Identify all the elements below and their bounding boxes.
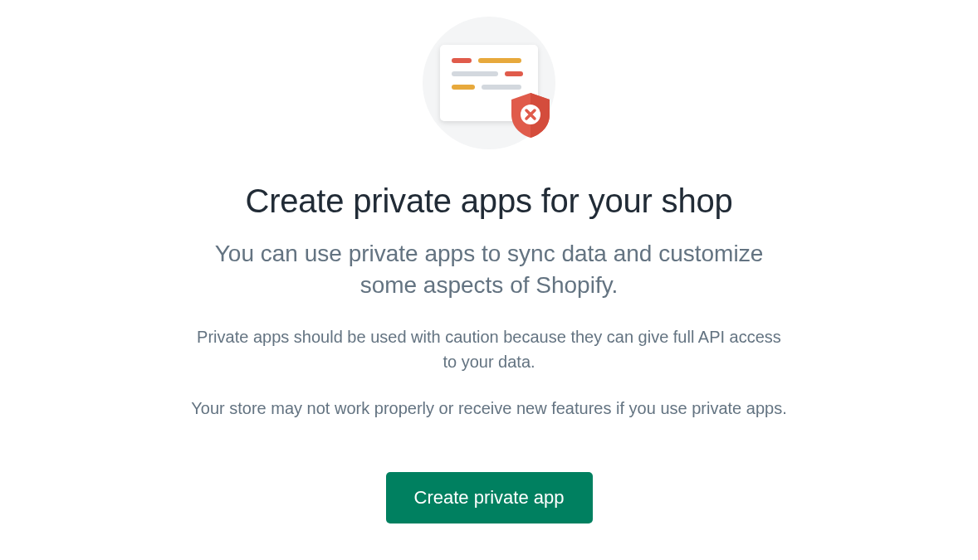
- create-private-app-button[interactable]: Create private app: [386, 472, 593, 523]
- document-illustration: [440, 45, 538, 121]
- doc-line-segment: [478, 58, 521, 63]
- shield-x-icon: [508, 91, 553, 139]
- page-subtitle: You can use private apps to sync data an…: [207, 238, 771, 301]
- page-container: Create private apps for your shop You ca…: [190, 17, 788, 560]
- doc-line-segment: [452, 58, 472, 63]
- doc-line-segment: [482, 85, 521, 90]
- caution-text: Private apps should be used with caution…: [190, 324, 788, 374]
- doc-line-segment: [505, 71, 523, 76]
- illustration-circle: [423, 17, 555, 149]
- doc-line-segment: [452, 71, 498, 76]
- warning-text: Your store may not work properly or rece…: [191, 396, 786, 421]
- page-title: Create private apps for your shop: [245, 183, 732, 220]
- doc-line-segment: [452, 85, 475, 90]
